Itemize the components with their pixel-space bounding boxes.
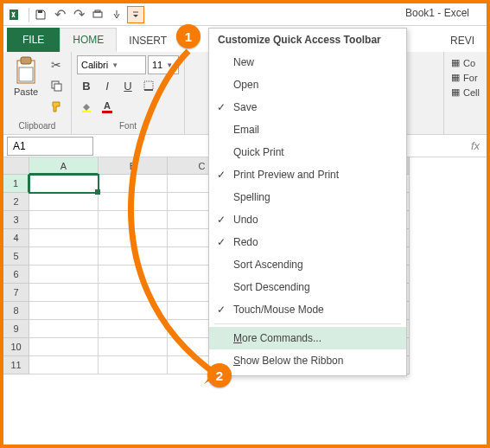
menu-item-show-below[interactable]: Show Below the Ribbon [209,349,406,372]
tab-home[interactable]: HOME [60,28,117,52]
callout-1: 1 [176,24,200,48]
redo-icon[interactable]: ↷ [70,6,87,23]
cell[interactable] [99,175,168,193]
qat-customize-dropdown-icon[interactable] [127,6,144,23]
cut-icon[interactable]: ✂ [47,55,66,74]
cell[interactable] [99,284,168,302]
cell[interactable] [29,229,99,247]
cell[interactable] [29,302,99,320]
tab-review[interactable]: REVI [438,29,487,52]
font-name-combo[interactable]: Calibri▼ [77,55,146,74]
svg-rect-12 [82,111,91,112]
cell[interactable] [29,284,99,302]
cell[interactable] [99,229,168,247]
row-header[interactable]: 11 [3,356,29,374]
row-header[interactable]: 4 [3,229,29,247]
underline-button[interactable]: U [118,76,137,95]
save-icon[interactable] [32,6,49,23]
group-clipboard: Paste ✂ Clipboard [3,52,72,134]
cell-styles-button[interactable]: ▦Cell [451,85,480,99]
font-group-label: Font [77,119,179,132]
window-title: Book1 - Excel [405,7,469,19]
tab-insert[interactable]: INSERT [117,29,179,52]
font-size-combo[interactable]: 11▼ [148,55,179,74]
row-header[interactable]: 9 [3,320,29,338]
cell[interactable] [99,193,168,211]
cell[interactable] [99,356,168,374]
menu-item-more-commands[interactable]: More Commands... [209,327,406,349]
qat-customize-menu: Customize Quick Access Toolbar NewOpen✓S… [208,28,407,376]
menu-item[interactable]: New [209,51,406,74]
cell[interactable] [99,320,168,338]
format-painter-icon[interactable] [47,97,66,116]
row-header[interactable]: 5 [3,247,29,266]
cell[interactable] [99,266,168,284]
svg-rect-1 [38,10,42,13]
menu-item[interactable]: Spelling [209,186,406,208]
menu-title: Customize Quick Access Toolbar [209,29,406,51]
cell[interactable] [99,302,168,320]
svg-rect-3 [95,10,100,12]
border-button[interactable] [139,76,158,95]
touch-mode-icon[interactable] [108,6,125,23]
row-header[interactable]: 10 [3,338,29,356]
format-table-button[interactable]: ▦For [451,70,480,85]
group-cells-partial: ▦Co ▦For ▦Cell [443,52,487,134]
print-preview-icon[interactable] [89,6,106,23]
fill-color-button[interactable] [77,97,96,116]
italic-button[interactable]: I [98,76,117,95]
menu-item[interactable]: Sort Descending [209,276,406,298]
row-header[interactable]: 6 [3,266,29,284]
menu-item[interactable]: Email [209,118,406,141]
select-all-triangle[interactable] [3,157,29,175]
cell[interactable] [99,211,168,229]
conditional-button[interactable]: ▦Co [451,55,480,70]
cell[interactable] [29,211,99,229]
menu-item[interactable]: ✓Save [209,96,406,118]
cell[interactable] [29,266,99,284]
menu-item[interactable]: ✓Print Preview and Print [209,163,406,186]
svg-rect-10 [144,81,153,90]
cell[interactable] [29,356,99,374]
tab-file[interactable]: FILE [7,28,60,52]
font-color-button[interactable]: A [98,97,117,116]
row-header[interactable]: 1 [3,175,29,193]
paste-button[interactable]: Paste [9,55,43,119]
cell[interactable] [29,338,99,356]
row-header[interactable]: 7 [3,284,29,302]
clipboard-group-label: Clipboard [9,119,66,132]
svg-rect-2 [93,12,102,17]
menu-item[interactable]: ✓Redo [209,231,406,253]
callout-2: 2 [207,363,232,387]
row-header[interactable]: 2 [3,193,29,211]
row-header[interactable]: 3 [3,211,29,229]
svg-rect-6 [21,57,31,64]
excel-logo-icon [7,6,24,23]
undo-icon[interactable]: ↶ [51,6,68,23]
row-header[interactable]: 8 [3,302,29,320]
column-header[interactable]: A [29,157,99,175]
menu-item[interactable]: ✓Touch/Mouse Mode [209,298,406,321]
group-font: Calibri▼ 11▼ B I U A [72,52,185,134]
column-header[interactable]: B [99,157,168,175]
cell[interactable] [29,193,99,211]
menu-item[interactable]: ✓Undo [209,208,406,231]
cell[interactable] [29,320,99,338]
menu-item[interactable]: Open [209,74,406,96]
copy-icon[interactable] [47,76,66,95]
cell[interactable] [99,247,168,266]
svg-rect-9 [54,84,61,91]
name-box[interactable]: A1 [7,137,93,156]
bold-button[interactable]: B [77,76,96,95]
svg-rect-7 [19,67,33,81]
cell[interactable] [29,175,99,193]
fx-icon[interactable]: fx [471,139,480,152]
cell[interactable] [29,247,99,266]
menu-item[interactable]: Sort Ascending [209,253,406,276]
menu-item[interactable]: Quick Print [209,141,406,163]
cell[interactable] [99,338,168,356]
paste-label: Paste [14,86,38,97]
